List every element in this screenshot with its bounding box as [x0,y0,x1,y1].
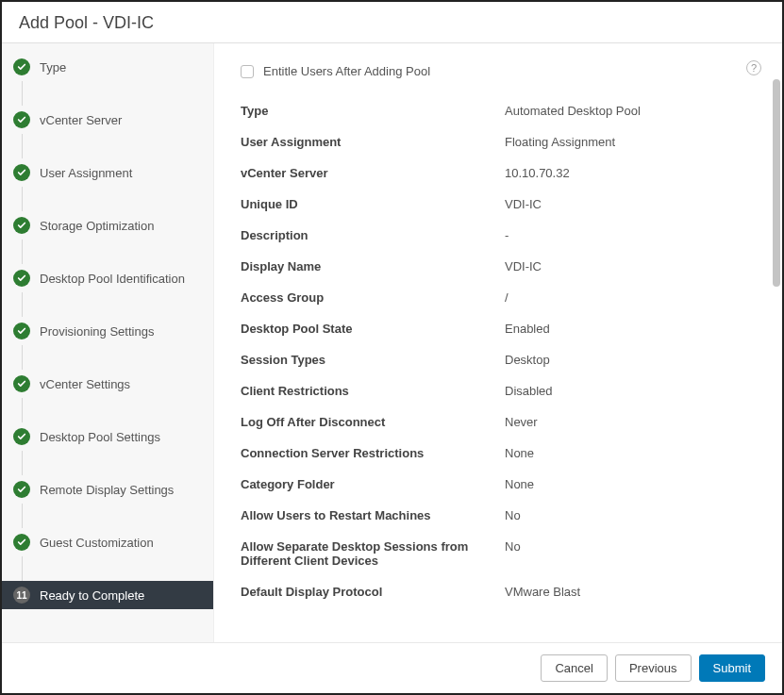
summary-row: Log Off After DisconnectNever [241,406,756,438]
summary-row: Access Group/ [241,282,756,313]
wizard-sidebar: TypevCenter ServerUser AssignmentStorage… [2,43,214,642]
wizard-step-11[interactable]: 11Ready to Complete [2,581,213,609]
check-icon [13,164,30,181]
summary-label: vCenter Server [241,166,505,180]
summary-row: Category FolderNone [241,469,756,500]
check-icon [13,217,30,234]
summary-row: Unique IDVDI-IC [241,189,756,220]
help-icon[interactable]: ? [746,60,761,75]
wizard-step-8[interactable]: Desktop Pool Settings [2,422,213,451]
cancel-button[interactable]: Cancel [541,654,607,682]
wizard-step-label: Ready to Complete [40,588,144,603]
step-connector [22,451,23,475]
summary-row: Session TypesDesktop [241,344,756,375]
wizard-step-9[interactable]: Remote Display Settings [2,475,213,504]
entitle-users-label: Entitle Users After Adding Pool [263,64,430,78]
scrollbar-track[interactable] [773,79,780,599]
summary-value: None [505,477,534,491]
step-number-icon: 11 [13,587,30,604]
summary-value: Automated Desktop Pool [505,104,641,118]
wizard-step-label: Provisioning Settings [40,324,154,339]
check-icon [13,375,30,392]
submit-button[interactable]: Submit [699,654,765,682]
summary-label: User Assignment [241,135,505,149]
check-icon [13,481,30,498]
summary-row: Client RestrictionsDisabled [241,375,756,406]
wizard-step-label: vCenter Settings [40,377,130,391]
summary-row: User AssignmentFloating Assignment [241,126,756,157]
wizard-step-3[interactable]: User Assignment [2,158,213,187]
wizard-step-label: vCenter Server [40,113,122,127]
summary-value: Enabled [505,322,550,336]
summary-label: Category Folder [241,477,505,491]
check-icon [13,534,30,551]
wizard-step-label: Desktop Pool Identification [40,272,185,286]
wizard-step-2[interactable]: vCenter Server [2,106,213,134]
entitle-users-checkbox[interactable] [241,65,254,78]
summary-label: Client Restrictions [241,384,505,398]
dialog-header: Add Pool - VDI-IC [2,2,782,43]
summary-row: vCenter Server10.10.70.32 [241,157,756,189]
step-connector [22,134,23,158]
summary-value: Disabled [505,384,553,398]
summary-value: VMware Blast [505,585,580,599]
summary-row: Description- [241,220,756,251]
summary-row: Connection Server RestrictionsNone [241,438,756,469]
wizard-step-label: Remote Display Settings [40,483,174,497]
add-pool-dialog: Add Pool - VDI-IC TypevCenter ServerUser… [2,2,782,693]
scrollbar-thumb[interactable] [773,79,780,287]
help-icon-wrap: ? [746,60,761,75]
wizard-step-10[interactable]: Guest Customization [2,528,213,556]
summary-value: No [505,539,521,568]
wizard-step-label: Storage Optimization [40,219,154,233]
wizard-step-label: User Assignment [40,166,132,180]
previous-button[interactable]: Previous [615,654,692,682]
wizard-step-1[interactable]: Type [2,53,213,81]
summary-value: Floating Assignment [505,135,615,149]
wizard-step-6[interactable]: Provisioning Settings [2,317,213,345]
check-icon [13,111,30,128]
summary-value: Desktop [505,353,550,367]
wizard-step-7[interactable]: vCenter Settings [2,370,213,398]
summary-label: Allow Users to Restart Machines [241,508,505,522]
dialog-title: Add Pool - VDI-IC [19,13,765,33]
summary-value: Never [505,415,538,429]
entitle-users-row: Entitle Users After Adding Pool [241,64,756,78]
summary-row: Default Display ProtocolVMware Blast [241,576,756,607]
summary-row: Desktop Pool StateEnabled [241,313,756,344]
summary-value: - [505,228,509,242]
dialog-footer: Cancel Previous Submit [2,642,782,693]
summary-row: Allow Separate Desktop Sessions from Dif… [241,531,756,576]
summary-content: ? Entitle Users After Adding Pool TypeAu… [214,43,782,642]
wizard-step-label: Guest Customization [40,536,154,550]
summary-label: Type [241,104,505,118]
wizard-step-5[interactable]: Desktop Pool Identification [2,264,213,292]
summary-value: None [505,446,534,460]
check-icon [13,58,30,75]
check-icon [13,428,30,445]
summary-label: Description [241,228,505,242]
check-icon [13,323,30,339]
step-connector [22,240,23,264]
step-connector [22,345,23,370]
summary-label: Unique ID [241,197,505,211]
summary-label: Session Types [241,353,505,367]
summary-row: Allow Users to Restart MachinesNo [241,500,756,531]
step-connector [22,187,23,211]
summary-label: Default Display Protocol [241,585,505,599]
summary-value: VDI-IC [505,197,542,211]
summary-value: / [505,290,509,305]
summary-row: Display NameVDI-IC [241,251,756,282]
dialog-body: TypevCenter ServerUser AssignmentStorage… [2,43,782,642]
summary-row: TypeAutomated Desktop Pool [241,95,756,126]
step-connector [22,81,23,106]
check-icon [13,270,30,287]
summary-label: Log Off After Disconnect [241,415,505,429]
summary-value: No [505,508,521,522]
step-connector [22,398,23,422]
summary-value: VDI-IC [505,259,542,273]
wizard-step-4[interactable]: Storage Optimization [2,211,213,240]
step-connector [22,504,23,528]
summary-label: Display Name [241,259,505,273]
summary-label: Desktop Pool State [241,322,505,336]
